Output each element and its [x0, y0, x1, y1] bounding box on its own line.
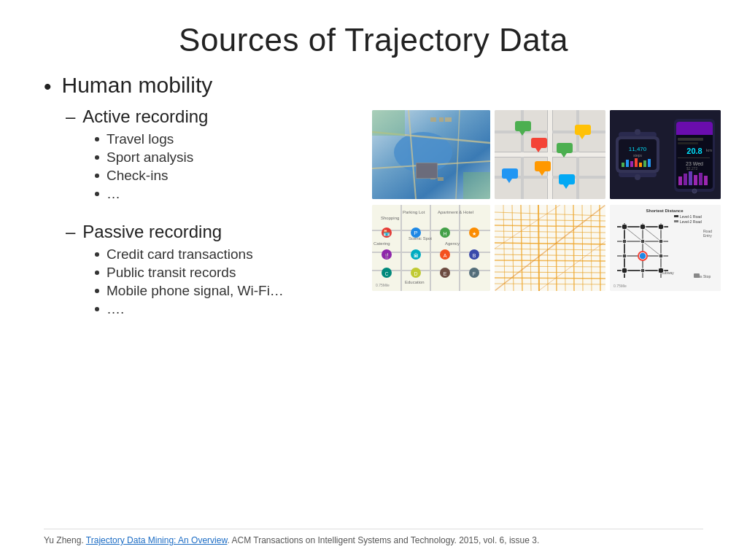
- svg-point-161: [622, 224, 627, 230]
- active-item-1: Travel logs: [107, 131, 174, 147]
- svg-rect-24: [515, 121, 531, 131]
- svg-point-168: [639, 252, 646, 260]
- list-item: Sport analysis: [95, 149, 365, 166]
- svg-rect-12: [438, 177, 444, 181]
- main-bullet: • Human mobility: [44, 73, 703, 99]
- svg-point-164: [622, 239, 627, 244]
- svg-text:F: F: [473, 271, 476, 276]
- svg-rect-8: [430, 117, 436, 122]
- svg-point-172: [658, 268, 664, 273]
- svg-point-170: [622, 268, 627, 273]
- passive-item-2: Public transit records: [107, 265, 236, 281]
- svg-line-129: [538, 205, 539, 291]
- images-column: 11,470 steps: [365, 106, 721, 529]
- svg-rect-9: [439, 117, 444, 122]
- svg-rect-30: [575, 125, 591, 135]
- list-item: Mobile phone signal, Wi-Fi…: [95, 283, 365, 299]
- svg-line-136: [600, 205, 600, 291]
- svg-text:🏪: 🏪: [383, 229, 390, 236]
- svg-rect-64: [678, 176, 682, 185]
- active-item-3: Check-ins: [107, 168, 168, 184]
- main-bullet-label: Human mobility: [62, 73, 213, 98]
- passive-item-4: ….: [107, 301, 124, 317]
- main-bullet-dot: •: [44, 74, 52, 99]
- dash-icon: –: [66, 106, 75, 127]
- active-images-row: 11,470 steps: [372, 110, 721, 199]
- svg-rect-6: [372, 110, 405, 136]
- active-recording-list: Travel logs Sport analysis Check-ins …: [95, 131, 365, 202]
- sections-row: – Active recording Travel logs Sport ana…: [44, 106, 703, 529]
- svg-text:km: km: [706, 148, 712, 152]
- svg-text:23    Wed: 23 Wed: [686, 161, 703, 166]
- list-item: ….: [95, 301, 365, 317]
- svg-rect-45: [622, 163, 624, 167]
- poi-map-image: Shopping Catering Parking Lot Apartment …: [372, 205, 490, 291]
- svg-text:Scenic Spot: Scenic Spot: [409, 236, 432, 241]
- svg-text:P: P: [414, 230, 417, 236]
- text-column: – Active recording Travel logs Sport ana…: [44, 106, 365, 529]
- svg-rect-47: [630, 161, 633, 167]
- svg-rect-62: [678, 158, 710, 158]
- svg-rect-58: [678, 138, 703, 141]
- map-satellite-image: [372, 110, 490, 199]
- svg-point-163: [658, 224, 664, 230]
- citation-area: Yu Zheng. Trajectory Data Mining: An Ove…: [44, 529, 703, 545]
- bullet-dot-icon: [95, 252, 99, 257]
- slide-container: Sources of Trajectory Data • Human mobil…: [0, 0, 747, 560]
- passive-recording-header: – Passive recording: [66, 222, 365, 242]
- svg-text:0.75Mile: 0.75Mile: [376, 283, 390, 287]
- svg-text:C: C: [384, 271, 388, 276]
- svg-rect-57: [676, 131, 713, 135]
- svg-text:Apartment & Hotel: Apartment & Hotel: [438, 210, 473, 214]
- svg-rect-66: [689, 171, 692, 185]
- svg-line-133: [573, 205, 574, 291]
- active-recording-label: Active recording: [82, 106, 208, 127]
- svg-text:🍴: 🍴: [384, 252, 390, 259]
- passive-item-3: Mobile phone signal, Wi-Fi…: [107, 283, 284, 299]
- svg-rect-7: [463, 172, 490, 199]
- slide-title: Sources of Trajectory Data: [44, 22, 703, 58]
- svg-rect-59: [678, 142, 698, 144]
- active-item-4: …: [107, 186, 120, 202]
- passive-recording-list: Credit card transactions Public transit …: [95, 246, 365, 317]
- svg-text:★: ★: [472, 231, 476, 236]
- svg-text:Education: Education: [405, 280, 425, 284]
- list-item: Check-ins: [95, 168, 365, 184]
- citation-rest: . ACM Transactions on Intelligent System…: [227, 535, 539, 545]
- svg-text:Shortest Distance: Shortest Distance: [646, 209, 684, 213]
- svg-text:Entry: Entry: [703, 233, 712, 238]
- bullet-dot-icon: [95, 307, 99, 311]
- city-grid-map-image: [495, 205, 605, 291]
- svg-rect-50: [643, 160, 646, 167]
- svg-text:B: B: [473, 253, 476, 258]
- citation-link[interactable]: Trajectory Data Mining: An Overview: [86, 535, 228, 545]
- svg-point-71: [692, 189, 697, 193]
- svg-point-52: [635, 129, 640, 135]
- bullet-dot-icon: [95, 137, 99, 141]
- bullet-dot-icon: [95, 289, 99, 293]
- svg-text:0.75Mle: 0.75Mle: [614, 284, 627, 288]
- svg-rect-32: [502, 168, 518, 179]
- svg-point-53: [635, 174, 640, 180]
- svg-text:D: D: [414, 271, 417, 276]
- svg-rect-28: [535, 161, 551, 171]
- svg-rect-48: [635, 158, 638, 167]
- svg-rect-14: [417, 163, 437, 178]
- svg-rect-34: [559, 174, 575, 184]
- list-item: Credit card transactions: [95, 246, 365, 262]
- svg-rect-10: [445, 117, 452, 122]
- svg-point-167: [622, 254, 627, 258]
- svg-text:Level-2 Road: Level-2 Road: [680, 219, 702, 224]
- svg-rect-68: [699, 173, 703, 185]
- passive-recording-label: Passive recording: [82, 222, 222, 242]
- bullet-dot-icon: [95, 174, 99, 178]
- svg-text:Catering: Catering: [374, 241, 390, 246]
- svg-text:steps: steps: [633, 153, 642, 158]
- svg-text:E: E: [444, 271, 447, 276]
- svg-point-169: [659, 254, 663, 258]
- svg-text:$2,272: $2,272: [686, 166, 698, 171]
- svg-text:Agency: Agency: [445, 241, 460, 246]
- svg-point-165: [640, 239, 645, 244]
- citation-author: Yu Zheng.: [44, 535, 86, 545]
- svg-text:11,470: 11,470: [629, 146, 647, 152]
